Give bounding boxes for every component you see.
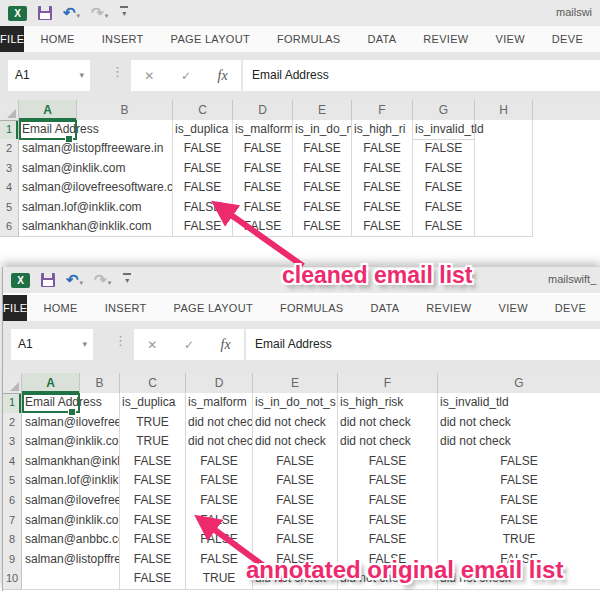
cell[interactable]: salman@listopffreeware.in (19, 139, 173, 159)
row-header-3[interactable]: 3 (0, 159, 19, 179)
redo-button[interactable]: ↷▾ (91, 4, 108, 22)
cell[interactable]: salman@listopffreew (22, 550, 120, 571)
row-header-1[interactable]: 1 (0, 120, 19, 140)
cell[interactable]: salmankhan@inklik.com (19, 217, 173, 237)
cell[interactable]: FALSE (352, 159, 413, 179)
row-header-5[interactable]: 5 (0, 198, 19, 218)
column-header-H[interactable]: H (475, 100, 533, 121)
cell[interactable]: FALSE (120, 452, 186, 473)
cell[interactable]: FALSE (338, 530, 438, 551)
enter-icon[interactable]: ✓ (181, 69, 191, 83)
cell[interactable] (475, 178, 533, 198)
column-header-G[interactable]: G (413, 100, 475, 121)
cell[interactable]: FALSE (293, 198, 352, 218)
row-header-3[interactable]: 3 (3, 432, 22, 453)
tab-data[interactable]: DATA (367, 26, 396, 52)
insert-function-icon[interactable]: fx (218, 68, 228, 84)
cell[interactable]: is_invalid_tld (438, 393, 600, 414)
enter-icon[interactable]: ✓ (184, 338, 194, 352)
tab-page-layout[interactable]: PAGE LAYOUT (174, 295, 253, 321)
cell[interactable]: FALSE (173, 198, 233, 218)
cell[interactable]: salman.lof@inklik.com (19, 198, 173, 218)
column-header-C[interactable]: C (120, 373, 186, 394)
tab-file[interactable]: FILE (0, 26, 24, 52)
column-header-A[interactable]: A (22, 373, 80, 394)
cell[interactable]: is_in_do_n (293, 120, 352, 140)
excel-app-icon[interactable]: X (8, 6, 27, 21)
cell[interactable]: FALSE (438, 452, 600, 473)
cell[interactable]: FALSE (120, 471, 186, 492)
fill-handle[interactable] (68, 408, 76, 416)
tab-insert[interactable]: INSERT (102, 26, 144, 52)
cell[interactable]: is_high_ri (352, 120, 413, 140)
column-header-B[interactable]: B (77, 100, 173, 121)
tab-review[interactable]: REVIEW (426, 295, 471, 321)
row-header-2[interactable]: 2 (0, 139, 19, 159)
row-header-4[interactable]: 4 (0, 178, 19, 198)
cell[interactable]: FALSE (173, 159, 233, 179)
cell[interactable]: FALSE (173, 139, 233, 159)
cell[interactable] (475, 198, 533, 218)
cell[interactable]: FALSE (352, 178, 413, 198)
cell[interactable]: TRUE (120, 413, 186, 434)
cell[interactable]: FALSE (352, 139, 413, 159)
cell[interactable]: FALSE (413, 178, 475, 198)
cell[interactable]: did not check (438, 413, 600, 434)
cell[interactable]: FALSE (233, 198, 293, 218)
cell[interactable]: FALSE (293, 217, 352, 237)
tab-formulas[interactable]: FORMULAS (277, 26, 341, 52)
row-header-7[interactable]: 7 (3, 511, 22, 532)
cell[interactable]: FALSE (173, 217, 233, 237)
cell[interactable]: did not check (438, 432, 600, 453)
row-header-9[interactable]: 9 (3, 550, 22, 571)
cell[interactable]: FALSE (413, 139, 475, 159)
cell[interactable]: FALSE (120, 550, 186, 571)
cell[interactable]: FALSE (253, 511, 338, 532)
cell[interactable]: FALSE (438, 511, 600, 532)
cell[interactable]: FALSE (413, 217, 475, 237)
tab-developer[interactable]: DEVE (552, 26, 583, 52)
tab-home[interactable]: HOME (43, 295, 77, 321)
tab-data[interactable]: DATA (370, 295, 399, 321)
row-header-6[interactable]: 6 (0, 217, 19, 237)
row-header-6[interactable]: 6 (3, 491, 22, 512)
cell[interactable]: FALSE (253, 530, 338, 551)
column-header-F[interactable]: F (352, 100, 413, 121)
cell[interactable]: is_in_do_not_s (253, 393, 338, 414)
cell[interactable]: FALSE (293, 178, 352, 198)
cell[interactable]: FALSE (186, 550, 253, 571)
column-header-C[interactable]: C (173, 100, 233, 121)
tab-view[interactable]: VIEW (499, 295, 528, 321)
cell[interactable]: is_high_risk (338, 393, 438, 414)
formula-bar[interactable]: Email Address (243, 60, 600, 91)
cell[interactable]: FALSE (338, 471, 438, 492)
undo-button[interactable]: ↶▾ (63, 4, 80, 22)
cell[interactable]: FALSE (438, 471, 600, 492)
cell[interactable]: salman@inklik.com (22, 432, 120, 453)
column-header-D[interactable]: D (233, 100, 293, 121)
tab-developer[interactable]: DEVE (555, 295, 586, 321)
cell[interactable]: FALSE (253, 471, 338, 492)
cell[interactable] (475, 139, 533, 159)
row-header-5[interactable]: 5 (3, 471, 22, 492)
row-header-2[interactable]: 2 (3, 413, 22, 434)
excel-app-icon[interactable]: X (11, 273, 30, 288)
name-box[interactable]: A1▾ (11, 329, 93, 360)
insert-function-icon[interactable]: fx (221, 337, 231, 353)
cell[interactable]: FALSE (233, 217, 293, 237)
cell[interactable]: TRUE (438, 530, 600, 551)
cell[interactable]: FALSE (338, 511, 438, 532)
tab-view[interactable]: VIEW (496, 26, 525, 52)
cell[interactable]: FALSE (233, 159, 293, 179)
redo-button[interactable]: ↷▾ (94, 271, 111, 289)
cell[interactable]: FALSE (186, 452, 253, 473)
cell[interactable]: FALSE (186, 511, 253, 532)
cell[interactable]: FALSE (293, 139, 352, 159)
cell[interactable]: FALSE (186, 471, 253, 492)
cell[interactable]: did not check (253, 432, 338, 453)
cell[interactable]: FALSE (438, 491, 600, 512)
cell[interactable]: did not check (253, 413, 338, 434)
row-header-10[interactable]: 10 (3, 569, 22, 590)
cell[interactable]: FALSE (173, 178, 233, 198)
cell[interactable]: salman@inklik.com (19, 159, 173, 179)
